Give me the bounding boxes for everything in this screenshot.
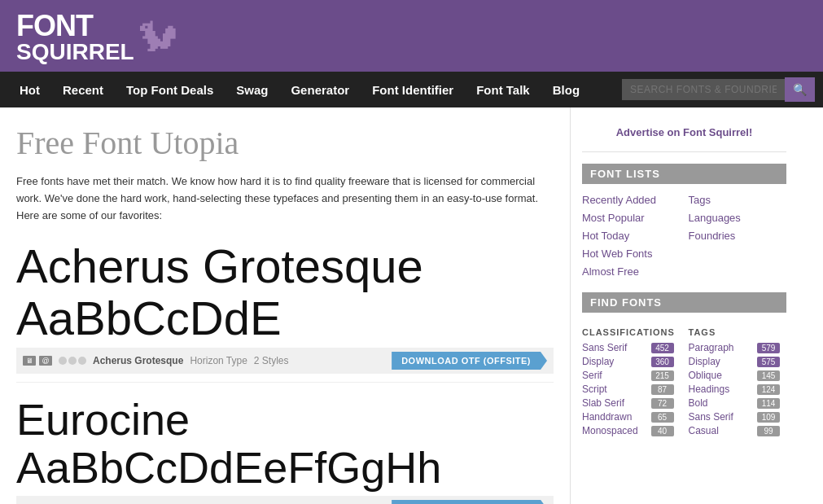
download-btn-eurocine[interactable]: DOWNLOAD OTF (OFFSITE)	[392, 500, 547, 504]
logo-area[interactable]: FONT SQUIRREL 🐿	[16, 11, 178, 64]
advertise-link[interactable]: Advertise on Font Squirrel!	[616, 126, 753, 138]
font-meta-eurocine: 🖥 @ Eurocine Paulo Goode 2 Styles DOWNLO…	[16, 496, 554, 504]
tag-row-oblique: Oblique 145	[689, 370, 787, 381]
font-entry-eurocine: Eurocine AaBbCcDdEeFfGgHh 🖥 @ Eurocine P…	[16, 396, 554, 504]
navbar: Hot Recent Top Font Deals Swag Generator…	[0, 72, 823, 107]
nav-item-top-font-deals[interactable]: Top Font Deals	[115, 73, 225, 107]
nav-item-font-talk[interactable]: Font Talk	[465, 73, 541, 107]
tag-oblique[interactable]: Oblique	[689, 370, 722, 381]
nav-item-font-identifier[interactable]: Font Identifier	[361, 73, 465, 107]
sidebar: Advertise on Font Squirrel! FONT LISTS R…	[570, 107, 798, 504]
tag-count-display: 575	[757, 357, 780, 367]
font-list-most-popular[interactable]: Most Popular	[582, 210, 681, 226]
font-entry-acherus: Acherus Grotesque AaBbCcDdE 🖥 @ Acherus …	[16, 240, 554, 383]
font-list-tags[interactable]: Tags	[689, 192, 787, 208]
tags-header: TAGS	[689, 327, 787, 337]
download-btn-acherus[interactable]: DOWNLOAD OTF (OFFSITE)	[392, 352, 547, 370]
font-foundry-acherus: Horizon Type	[190, 355, 247, 366]
font-list-hot-web-fonts[interactable]: Hot Web Fonts	[582, 246, 681, 261]
find-fonts-section: FIND FONTS CLASSIFICATIONS Sans Serif 45…	[582, 292, 786, 439]
search-input[interactable]	[622, 79, 785, 100]
tag-row-sans-serif: Sans Serif 109	[689, 411, 787, 423]
page-description: Free fonts have met their match. We know…	[16, 173, 545, 224]
header: FONT SQUIRREL 🐿	[0, 0, 823, 72]
classif-row-monospaced: Monospaced 40	[582, 425, 681, 436]
tag-headings[interactable]: Headings	[689, 383, 730, 395]
nav-item-hot[interactable]: Hot	[8, 73, 51, 107]
tag-row-display: Display 575	[689, 356, 787, 367]
tag-casual[interactable]: Casual	[689, 425, 719, 436]
font-lists-title: FONT LISTS	[582, 164, 786, 184]
nav-item-blog[interactable]: Blog	[541, 73, 591, 107]
search-area: 🔍	[622, 77, 815, 102]
find-fonts-title: FIND FONTS	[582, 292, 786, 313]
font-list-languages[interactable]: Languages	[689, 210, 787, 226]
classif-handdrawn[interactable]: Handdrawn	[582, 411, 632, 423]
font-name-label-acherus: Acherus Grotesque	[93, 355, 183, 366]
tag-row-paragraph: Paragraph 579	[689, 342, 787, 353]
tag-row-casual: Casual 99	[689, 425, 787, 436]
nav-item-generator[interactable]: Generator	[279, 73, 361, 107]
nav-item-swag[interactable]: Swag	[225, 73, 279, 107]
tag-row-headings: Headings 124	[689, 383, 787, 395]
classifications-grid: CLASSIFICATIONS Sans Serif 452 Display 3…	[582, 321, 786, 439]
tag-bold[interactable]: Bold	[689, 397, 708, 409]
main-layout: Free Font Utopia Free fonts have met the…	[0, 107, 823, 504]
classif-row-handdrawn: Handdrawn 65	[582, 411, 681, 423]
font-preview-acherus: Acherus Grotesque AaBbCcDdE	[16, 240, 554, 344]
logo-squirrel-text: SQUIRREL	[16, 41, 134, 64]
classif-count-display: 360	[651, 357, 674, 367]
classif-count-slab-serif: 72	[651, 398, 674, 409]
tag-paragraph[interactable]: Paragraph	[689, 342, 734, 353]
logo-font-text: FONT	[16, 11, 134, 41]
classifications-header: CLASSIFICATIONS	[582, 327, 681, 337]
font-styles-acherus: 2 Styles	[254, 355, 289, 366]
classif-slab-serif[interactable]: Slab Serif	[582, 397, 624, 409]
classif-display[interactable]: Display	[582, 356, 614, 367]
font-list-hot-today[interactable]: Hot Today	[582, 228, 681, 243]
classif-serif[interactable]: Serif	[582, 370, 602, 381]
tag-row-bold: Bold 114	[689, 397, 787, 409]
meta-icons-acherus: 🖥 @	[23, 356, 52, 366]
nav-links: Hot Recent Top Font Deals Swag Generator…	[8, 73, 622, 107]
tag-sans-serif[interactable]: Sans Serif	[689, 411, 733, 423]
tag-count-sans-serif: 109	[757, 412, 780, 423]
font-meta-acherus: 🖥 @ Acherus Grotesque Horizon Type 2 Sty…	[16, 348, 554, 374]
classif-count-sans-serif: 452	[651, 343, 674, 353]
classif-row-serif: Serif 215	[582, 370, 681, 381]
meta-dots-acherus	[59, 357, 86, 365]
font-preview-eurocine: Eurocine AaBbCcDdEeFfGgHh	[16, 396, 554, 493]
search-button[interactable]: 🔍	[785, 77, 815, 102]
dot2	[68, 357, 77, 365]
classif-row-sans-serif: Sans Serif 452	[582, 342, 681, 353]
dot3	[78, 357, 86, 365]
classif-count-handdrawn: 65	[651, 412, 674, 423]
classif-monospaced[interactable]: Monospaced	[582, 425, 638, 436]
nav-item-recent[interactable]: Recent	[51, 73, 115, 107]
tag-display[interactable]: Display	[689, 356, 720, 367]
page-title: Free Font Utopia	[16, 124, 554, 162]
classif-count-script: 87	[651, 384, 674, 395]
font-list-foundries[interactable]: Foundries	[689, 228, 787, 243]
classif-row-slab-serif: Slab Serif 72	[582, 397, 681, 409]
tag-count-bold: 114	[757, 398, 780, 409]
classif-row-script: Script 87	[582, 383, 681, 395]
classif-script[interactable]: Script	[582, 383, 607, 395]
classif-sans-serif[interactable]: Sans Serif	[582, 342, 627, 353]
desktop-icon: 🖥	[23, 356, 36, 366]
classif-count-serif: 215	[651, 370, 674, 381]
classifications-col: CLASSIFICATIONS Sans Serif 452 Display 3…	[582, 321, 681, 439]
classif-count-monospaced: 40	[651, 426, 674, 436]
dot1	[59, 357, 67, 365]
tags-col: TAGS Paragraph 579 Display 575 Oblique 1…	[689, 321, 787, 439]
sidebar-ad: Advertise on Font Squirrel!	[582, 116, 786, 152]
tag-count-casual: 99	[757, 426, 780, 436]
classif-row-display: Display 360	[582, 356, 681, 367]
tag-count-headings: 124	[757, 384, 780, 395]
font-lists-grid: Recently Added Tags Most Popular Languag…	[582, 192, 786, 279]
font-list-almost-free[interactable]: Almost Free	[582, 264, 681, 279]
content-area: Free Font Utopia Free fonts have met the…	[0, 107, 570, 504]
font-lists-section: FONT LISTS Recently Added Tags Most Popu…	[582, 164, 786, 279]
font-list-recently-added[interactable]: Recently Added	[582, 192, 681, 208]
tag-count-paragraph: 579	[757, 343, 780, 353]
